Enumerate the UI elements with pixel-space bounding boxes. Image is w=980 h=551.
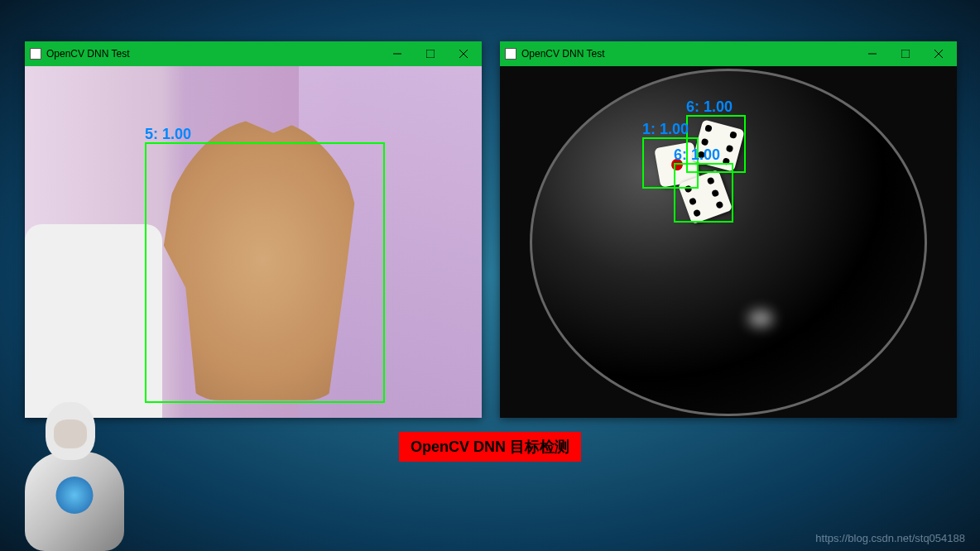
detection-label: 5: 1.00 bbox=[145, 126, 191, 143]
svg-rect-5 bbox=[901, 50, 910, 58]
detection-label: 6: 1.00 bbox=[686, 98, 733, 116]
window-title-right: OpenCV DNN Test bbox=[521, 48, 604, 60]
titlebar-right[interactable]: OpenCV DNN Test bbox=[500, 41, 957, 66]
detection-box-hand: 5: 1.00 bbox=[145, 142, 385, 403]
image-area-right: 6: 1.00 1: 1.00 6: 1.00 bbox=[500, 66, 957, 418]
titlebar-left[interactable]: OpenCV DNN Test bbox=[25, 41, 482, 66]
detection-label: 1: 1.00 bbox=[642, 121, 689, 138]
opencv-window-right: OpenCV DNN Test bbox=[500, 41, 957, 418]
opencv-window-left: OpenCV DNN Test 5: 1.00 bbox=[25, 41, 482, 418]
close-button[interactable] bbox=[922, 42, 955, 65]
watermark-url: https://blog.csdn.net/stq054188 bbox=[815, 532, 965, 544]
svg-rect-1 bbox=[426, 50, 435, 58]
robot-decoration bbox=[17, 402, 132, 551]
maximize-button[interactable] bbox=[414, 42, 447, 65]
window-title-left: OpenCV DNN Test bbox=[46, 48, 129, 60]
image-area-left: 5: 1.00 bbox=[25, 66, 482, 418]
maximize-button[interactable] bbox=[889, 42, 922, 65]
minimize-button[interactable] bbox=[856, 42, 889, 65]
app-icon bbox=[505, 48, 516, 60]
caption-label: OpenCV DNN 目标检测 bbox=[399, 432, 581, 462]
app-icon bbox=[30, 48, 41, 60]
close-button[interactable] bbox=[447, 42, 480, 65]
minimize-button[interactable] bbox=[381, 42, 414, 65]
detection-label: 6: 1.00 bbox=[674, 146, 720, 164]
detection-box-dice-bottom: 6: 1.00 bbox=[674, 163, 733, 223]
